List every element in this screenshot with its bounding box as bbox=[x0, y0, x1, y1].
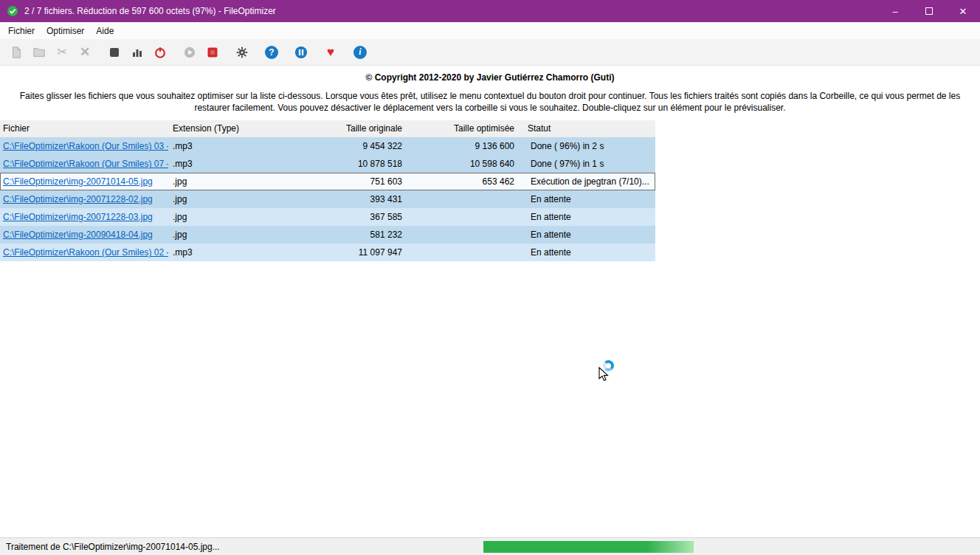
minimize-button[interactable]: – bbox=[878, 0, 912, 22]
original-size: 367 585 bbox=[264, 212, 408, 222]
column-header-statut[interactable]: Statut bbox=[520, 123, 655, 134]
column-header-taille-originale[interactable]: Taille originale bbox=[264, 123, 408, 134]
status-text: En attente bbox=[520, 194, 655, 204]
stop-dark-icon bbox=[108, 46, 120, 58]
original-size: 10 878 518 bbox=[264, 159, 408, 169]
cut-button[interactable]: ✂ bbox=[52, 42, 72, 63]
file-extension: .mp3 bbox=[168, 247, 264, 258]
menu-fichier[interactable]: Fichier bbox=[2, 24, 41, 38]
titlebar[interactable]: 2 / 7 fichiers. Réduction de 597 600 oct… bbox=[0, 0, 980, 22]
cut-icon: ✂ bbox=[57, 46, 67, 58]
add-folder-button[interactable] bbox=[29, 42, 49, 63]
optimize-button[interactable] bbox=[179, 42, 200, 63]
column-header-extension[interactable]: Extension (Type) bbox=[168, 123, 264, 134]
table-row[interactable]: C:\FileOptimizer\Rakoon (Our Smiles) 07 … bbox=[0, 155, 655, 173]
original-size: 11 097 947 bbox=[264, 247, 408, 258]
table-row[interactable]: C:\FileOptimizer\img-20090418-04.jpg .jp… bbox=[0, 226, 655, 244]
app-logo-icon bbox=[7, 5, 18, 17]
table-row[interactable]: C:\FileOptimizer\img-20071228-02.jpg .jp… bbox=[0, 190, 655, 208]
busy-spinner-icon bbox=[603, 360, 614, 371]
progress-bar bbox=[483, 541, 694, 553]
original-size: 581 232 bbox=[264, 230, 408, 240]
copyright-text: © Copyright 2012-2020 by Javier Gutiérre… bbox=[0, 72, 980, 83]
original-size: 751 603 bbox=[264, 176, 408, 187]
table-row[interactable]: C:\FileOptimizer\img-20071228-03.jpg .jp… bbox=[0, 208, 655, 226]
window-controls: – ✕ bbox=[878, 0, 980, 22]
status-text: En attente bbox=[520, 230, 655, 240]
status-text: En attente bbox=[520, 247, 655, 258]
original-size: 9 454 322 bbox=[264, 141, 408, 151]
donate-button[interactable]: ♥ bbox=[320, 42, 341, 63]
maximize-icon bbox=[925, 7, 933, 15]
file-path-link[interactable]: C:\FileOptimizer\Rakoon (Our Smiles) 02 … bbox=[0, 247, 168, 258]
file-extension: .jpg bbox=[168, 194, 264, 204]
optimized-size: 10 598 640 bbox=[408, 159, 520, 169]
file-path-link[interactable]: C:\FileOptimizer\img-20071228-02.jpg bbox=[0, 194, 168, 204]
exit-button[interactable] bbox=[150, 42, 170, 63]
file-extension: .jpg bbox=[168, 176, 264, 187]
optimized-size: 653 462 bbox=[408, 176, 520, 187]
play-icon bbox=[183, 46, 196, 59]
file-extension: .mp3 bbox=[168, 141, 264, 151]
power-icon bbox=[153, 46, 167, 59]
maximize-button[interactable] bbox=[912, 0, 946, 22]
file-path-link[interactable]: C:\FileOptimizer\Rakoon (Our Smiles) 07 … bbox=[0, 159, 168, 169]
table-row[interactable]: C:\FileOptimizer\Rakoon (Our Smiles) 03 … bbox=[0, 137, 655, 155]
original-size: 393 431 bbox=[264, 194, 408, 204]
gear-icon bbox=[235, 46, 249, 59]
menu-optimiser[interactable]: Optimiser bbox=[41, 24, 90, 38]
help-icon: ? bbox=[265, 46, 278, 59]
table-row-focused[interactable]: C:\FileOptimizer\img-20071014-05.jpg .jp… bbox=[0, 173, 655, 190]
status-text: Done ( 96%) in 2 s bbox=[520, 141, 655, 151]
remove-button[interactable]: ✕ bbox=[75, 42, 95, 63]
add-folder-icon bbox=[32, 46, 46, 59]
file-path-link[interactable]: C:\FileOptimizer\img-20090418-04.jpg bbox=[0, 230, 168, 240]
file-list: Fichier Extension (Type) Taille original… bbox=[0, 120, 655, 261]
optimized-size: 9 136 600 bbox=[408, 141, 520, 151]
remove-icon: ✕ bbox=[80, 46, 90, 58]
statusbar: Traitement de C:\FileOptimizer\img-20071… bbox=[0, 537, 980, 555]
info-icon: i bbox=[353, 46, 367, 59]
column-header-taille-optimisee[interactable]: Taille optimisée bbox=[408, 123, 520, 134]
menu-aide[interactable]: Aide bbox=[90, 24, 120, 38]
add-file-button[interactable] bbox=[6, 42, 27, 63]
list-header: Fichier Extension (Type) Taille original… bbox=[0, 120, 655, 137]
status-text: Exécution de jpegtran (7/10)... bbox=[520, 176, 655, 187]
instructions-text: Faites glisser les fichiers que vous sou… bbox=[9, 91, 971, 114]
menubar: Fichier Optimiser Aide bbox=[0, 22, 980, 39]
file-extension: .jpg bbox=[168, 230, 264, 240]
statusbar-text: Traitement de C:\FileOptimizer\img-20071… bbox=[6, 542, 220, 552]
mouse-cursor bbox=[595, 359, 627, 388]
add-file-icon bbox=[10, 46, 23, 59]
close-button[interactable]: ✕ bbox=[946, 0, 980, 22]
file-path-link[interactable]: C:\FileOptimizer\Rakoon (Our Smiles) 03 … bbox=[0, 141, 168, 151]
column-header-fichier[interactable]: Fichier bbox=[0, 123, 168, 134]
status-text: En attente bbox=[520, 212, 655, 222]
table-row[interactable]: C:\FileOptimizer\Rakoon (Our Smiles) 02 … bbox=[0, 244, 655, 261]
stop-button[interactable] bbox=[104, 42, 125, 63]
status-text: Done ( 97%) in 1 s bbox=[520, 159, 655, 169]
pause-button[interactable] bbox=[291, 42, 311, 63]
file-extension: .jpg bbox=[168, 212, 264, 222]
about-button[interactable]: i bbox=[350, 42, 370, 63]
file-extension: .mp3 bbox=[168, 159, 264, 169]
report-button[interactable] bbox=[127, 42, 148, 63]
report-icon bbox=[131, 46, 143, 58]
file-path-link[interactable]: C:\FileOptimizer\img-20071228-03.jpg bbox=[0, 212, 168, 222]
halt-button[interactable] bbox=[202, 42, 223, 63]
window-title: 2 / 7 fichiers. Réduction de 597 600 oct… bbox=[24, 6, 878, 16]
pause-icon bbox=[294, 46, 308, 59]
heart-icon: ♥ bbox=[327, 46, 334, 58]
settings-button[interactable] bbox=[232, 42, 252, 63]
file-path-link[interactable]: C:\FileOptimizer\img-20071014-05.jpg bbox=[0, 176, 168, 187]
halt-icon bbox=[207, 46, 218, 58]
help-button[interactable]: ? bbox=[261, 42, 282, 63]
progress-fill bbox=[483, 541, 694, 553]
toolbar: ✂ ✕ bbox=[0, 39, 980, 66]
cursor-arrow-icon bbox=[598, 367, 610, 382]
